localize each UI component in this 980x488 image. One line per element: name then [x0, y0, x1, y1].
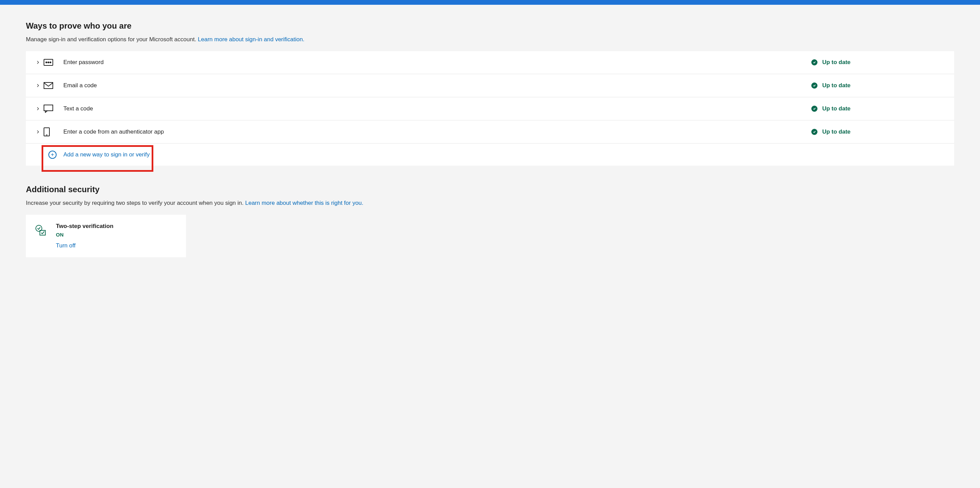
method-label: Text a code — [64, 105, 811, 112]
twostep-card: Two-step verification ON Turn off — [26, 215, 186, 257]
method-label: Enter a code from an authenticator app — [64, 129, 811, 135]
check-icon — [811, 83, 818, 89]
plus-circle-icon: + — [48, 151, 57, 159]
status-text: Up to date — [822, 105, 851, 112]
method-status: Up to date — [811, 82, 946, 89]
phone-icon — [44, 127, 64, 136]
ways-subtitle-text: Manage sign-in and verification options … — [26, 36, 198, 43]
password-icon — [44, 59, 64, 66]
page-content: Ways to prove who you are Manage sign-in… — [0, 5, 980, 271]
additional-security-subtitle: Increase your security by requiring two … — [26, 200, 954, 207]
learn-more-twostep-link[interactable]: Learn more about whether this is right f… — [245, 200, 363, 206]
learn-more-signin-link[interactable]: Learn more about sign-in and verificatio… — [198, 36, 305, 43]
additional-security-heading: Additional security — [26, 185, 954, 194]
twostep-turn-off-link[interactable]: Turn off — [56, 242, 113, 249]
status-text: Up to date — [822, 82, 851, 89]
method-row-sms[interactable]: Text a code Up to date — [26, 97, 954, 121]
ways-subtitle: Manage sign-in and verification options … — [26, 36, 954, 43]
method-row-email[interactable]: Email a code Up to date — [26, 74, 954, 97]
ways-heading: Ways to prove who you are — [26, 21, 954, 31]
chevron-right-icon — [32, 107, 44, 111]
method-status: Up to date — [811, 105, 946, 112]
method-status: Up to date — [811, 59, 946, 66]
svg-point-1 — [46, 62, 47, 63]
top-banner — [0, 0, 980, 5]
check-icon — [811, 129, 818, 135]
sms-icon — [44, 105, 64, 113]
method-row-password[interactable]: Enter password Up to date — [26, 51, 954, 74]
method-status: Up to date — [811, 129, 946, 135]
signin-methods-list: Enter password Up to date — [26, 51, 954, 165]
add-signin-method-button[interactable]: + Add a new way to sign in or verify — [26, 144, 954, 165]
twostep-status: ON — [56, 232, 113, 237]
chevron-right-icon — [32, 83, 44, 88]
status-text: Up to date — [822, 59, 851, 66]
svg-rect-5 — [44, 105, 53, 111]
check-icon — [811, 106, 818, 112]
check-icon — [811, 59, 818, 65]
svg-rect-4 — [44, 83, 53, 89]
svg-point-3 — [50, 62, 51, 63]
method-row-authenticator[interactable]: Enter a code from an authenticator app U… — [26, 121, 954, 144]
method-label: Email a code — [64, 82, 811, 89]
add-signin-method-label: Add a new way to sign in or verify — [64, 151, 150, 158]
chevron-right-icon — [32, 129, 44, 134]
shield-check-icon — [35, 224, 47, 237]
chevron-right-icon — [32, 60, 44, 65]
twostep-title: Two-step verification — [56, 223, 113, 230]
method-label: Enter password — [64, 59, 811, 66]
status-text: Up to date — [822, 129, 851, 135]
svg-point-2 — [48, 62, 49, 63]
additional-security-subtitle-text: Increase your security by requiring two … — [26, 200, 245, 206]
email-icon — [44, 82, 64, 89]
